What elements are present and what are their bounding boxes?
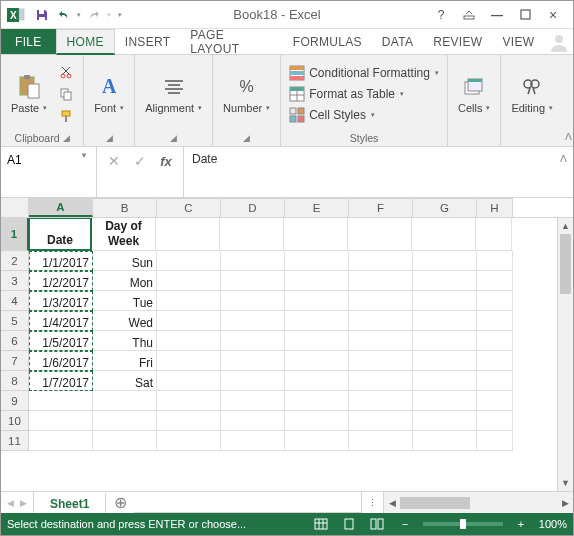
tab-file[interactable]: FILE — [1, 29, 56, 54]
cell[interactable] — [413, 431, 477, 451]
cells-button[interactable]: Cells▾ — [454, 72, 494, 116]
conditional-formatting-button[interactable]: Conditional Formatting▾ — [287, 64, 441, 82]
zoom-out-button[interactable]: − — [395, 516, 415, 532]
scroll-right-icon[interactable]: ▶ — [557, 492, 573, 513]
horizontal-scrollbar[interactable]: ◀ ▶ — [383, 492, 573, 513]
select-all-corner[interactable] — [1, 198, 29, 217]
cell[interactable]: 1/5/2017 — [29, 331, 93, 351]
cell[interactable] — [221, 411, 285, 431]
maximize-button[interactable] — [511, 4, 539, 26]
cell[interactable]: Wed — [93, 311, 157, 331]
cell[interactable]: Thu — [93, 331, 157, 351]
row-header[interactable]: 2 — [1, 251, 29, 271]
cell[interactable] — [285, 411, 349, 431]
cell[interactable] — [156, 218, 220, 251]
col-header-E[interactable]: E — [285, 198, 349, 217]
cell[interactable] — [221, 251, 285, 271]
format-as-table-button[interactable]: Format as Table▾ — [287, 85, 406, 103]
cell[interactable] — [477, 351, 513, 371]
zoom-level[interactable]: 100% — [539, 518, 567, 530]
cell[interactable] — [413, 311, 477, 331]
cell[interactable] — [284, 218, 348, 251]
name-box-input[interactable] — [5, 151, 63, 169]
cell[interactable] — [477, 271, 513, 291]
cell[interactable] — [285, 351, 349, 371]
account-icon[interactable] — [544, 29, 573, 54]
undo-icon[interactable] — [53, 4, 75, 26]
cell[interactable] — [285, 331, 349, 351]
cell[interactable]: 1/2/2017 — [29, 271, 93, 291]
cell[interactable] — [157, 331, 221, 351]
ribbon-options-icon[interactable] — [455, 4, 483, 26]
zoom-slider[interactable] — [423, 522, 503, 526]
cell[interactable] — [412, 218, 476, 251]
collapse-ribbon-icon[interactable]: ᐱ — [563, 55, 573, 146]
cell[interactable] — [221, 351, 285, 371]
cell[interactable] — [348, 218, 412, 251]
number-button[interactable]: % Number▾ — [219, 72, 274, 116]
qat-customize-dropdown[interactable]: ▾ — [113, 11, 127, 19]
tab-view[interactable]: VIEW — [492, 29, 544, 54]
col-header-G[interactable]: G — [413, 198, 477, 217]
name-box-dropdown[interactable]: ▼ — [76, 151, 92, 160]
fx-icon[interactable]: fx — [153, 151, 179, 171]
cell[interactable] — [477, 391, 513, 411]
zoom-in-button[interactable]: + — [511, 516, 531, 532]
clipboard-dialog-icon[interactable]: ◢ — [63, 133, 70, 143]
cell[interactable] — [285, 251, 349, 271]
undo-dropdown[interactable]: ▾ — [75, 11, 83, 19]
row-header[interactable]: 8 — [1, 371, 29, 391]
col-header-C[interactable]: C — [157, 198, 221, 217]
paste-button[interactable]: Paste▾ — [7, 72, 51, 116]
cell[interactable] — [476, 218, 512, 251]
cell[interactable] — [413, 391, 477, 411]
close-button[interactable]: × — [539, 4, 567, 26]
cell[interactable] — [477, 431, 513, 451]
cell[interactable] — [29, 391, 93, 411]
cell[interactable] — [285, 291, 349, 311]
cell[interactable]: 1/4/2017 — [29, 311, 93, 331]
cell[interactable] — [29, 411, 93, 431]
col-header-F[interactable]: F — [349, 198, 413, 217]
cell[interactable] — [477, 291, 513, 311]
scroll-left-icon[interactable]: ◀ — [384, 492, 400, 513]
sheet-tab[interactable]: Sheet1 — [34, 492, 106, 513]
tab-home[interactable]: HOME — [56, 29, 115, 55]
cell[interactable] — [157, 431, 221, 451]
cell[interactable]: 1/1/2017 — [29, 251, 93, 271]
enter-icon[interactable]: ✓ — [127, 151, 153, 171]
row-header[interactable]: 11 — [1, 431, 29, 451]
cell[interactable] — [29, 431, 93, 451]
alignment-button[interactable]: Alignment▾ — [141, 72, 206, 116]
cell[interactable] — [413, 251, 477, 271]
name-box[interactable]: ▼ — [1, 147, 97, 197]
cell[interactable] — [157, 311, 221, 331]
cell[interactable] — [285, 391, 349, 411]
col-header-B[interactable]: B — [93, 198, 157, 217]
row-header[interactable]: 10 — [1, 411, 29, 431]
scroll-down-icon[interactable]: ▼ — [558, 475, 573, 491]
cell[interactable] — [349, 431, 413, 451]
cell[interactable] — [349, 391, 413, 411]
cell[interactable] — [285, 371, 349, 391]
sheet-nav-next-icon[interactable]: ▶ — [20, 498, 27, 508]
editing-button[interactable]: Editing▾ — [507, 72, 557, 116]
cell[interactable]: Sun — [93, 251, 157, 271]
cell[interactable] — [349, 351, 413, 371]
cell[interactable] — [285, 311, 349, 331]
font-dialog-icon[interactable]: ◢ — [106, 133, 113, 143]
cell[interactable] — [477, 311, 513, 331]
cell[interactable] — [220, 218, 284, 251]
cell[interactable] — [349, 311, 413, 331]
cell[interactable]: Date — [28, 218, 92, 251]
cell[interactable] — [157, 411, 221, 431]
cell[interactable] — [349, 411, 413, 431]
cell[interactable]: Day of Week — [92, 218, 156, 251]
tab-pagelayout[interactable]: PAGE LAYOUT — [180, 29, 282, 54]
cell[interactable]: Fri — [93, 351, 157, 371]
scroll-up-icon[interactable]: ▲ — [558, 218, 573, 234]
help-icon[interactable]: ? — [427, 4, 455, 26]
cell[interactable]: Sat — [93, 371, 157, 391]
expand-formula-icon[interactable]: ᐱ — [560, 153, 567, 164]
minimize-button[interactable]: — — [483, 4, 511, 26]
